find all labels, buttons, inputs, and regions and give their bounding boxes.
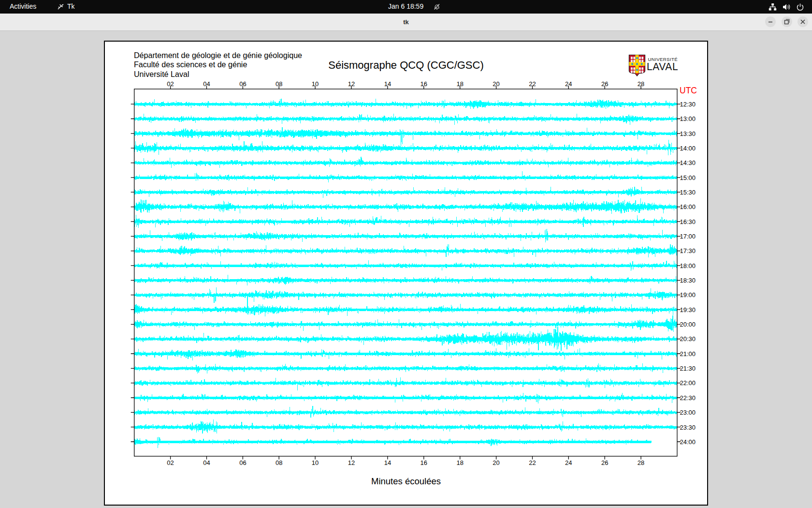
svg-text:23:30: 23:30 <box>680 424 696 431</box>
svg-text:22: 22 <box>529 459 536 466</box>
svg-text:28: 28 <box>638 459 644 466</box>
svg-text:08: 08 <box>276 459 282 466</box>
svg-text:19:30: 19:30 <box>680 306 696 314</box>
svg-text:20:30: 20:30 <box>680 335 696 343</box>
svg-text:18:00: 18:00 <box>680 262 696 269</box>
svg-text:12:30: 12:30 <box>680 101 696 108</box>
svg-text:22: 22 <box>529 80 536 88</box>
svg-text:18: 18 <box>456 459 463 466</box>
svg-text:16:30: 16:30 <box>680 218 696 225</box>
svg-text:14: 14 <box>384 80 391 88</box>
svg-text:22:30: 22:30 <box>680 394 696 402</box>
svg-text:12: 12 <box>348 80 355 88</box>
svg-text:16: 16 <box>420 459 427 466</box>
svg-text:28: 28 <box>638 80 644 88</box>
svg-text:16: 16 <box>420 80 427 88</box>
svg-text:10: 10 <box>312 80 319 88</box>
svg-text:13:30: 13:30 <box>680 130 696 137</box>
svg-text:22:00: 22:00 <box>680 379 696 387</box>
svg-text:15:30: 15:30 <box>680 189 696 196</box>
svg-text:13:00: 13:00 <box>680 115 696 122</box>
svg-text:10: 10 <box>312 459 319 466</box>
svg-text:15:00: 15:00 <box>680 174 696 181</box>
svg-text:14:30: 14:30 <box>680 159 696 166</box>
svg-text:19:00: 19:00 <box>680 291 696 299</box>
svg-text:17:30: 17:30 <box>680 247 696 254</box>
svg-text:23:00: 23:00 <box>680 409 696 416</box>
svg-text:20:00: 20:00 <box>680 321 696 328</box>
svg-text:12: 12 <box>348 459 355 466</box>
svg-text:02: 02 <box>167 80 174 88</box>
svg-text:20: 20 <box>493 80 499 88</box>
svg-text:21:00: 21:00 <box>680 350 696 358</box>
svg-text:18:30: 18:30 <box>680 277 696 284</box>
svg-text:04: 04 <box>203 80 210 88</box>
svg-text:14: 14 <box>384 459 391 466</box>
svg-text:24: 24 <box>565 80 572 88</box>
svg-text:24: 24 <box>565 459 572 466</box>
svg-text:16:00: 16:00 <box>680 203 696 210</box>
svg-text:17:00: 17:00 <box>680 233 696 240</box>
svg-text:02: 02 <box>167 459 174 466</box>
svg-text:04: 04 <box>203 459 210 466</box>
svg-text:24:00: 24:00 <box>680 438 696 446</box>
svg-text:14:00: 14:00 <box>680 145 696 152</box>
svg-text:26: 26 <box>601 459 608 466</box>
svg-text:06: 06 <box>239 80 246 88</box>
svg-text:06: 06 <box>239 459 246 466</box>
svg-text:20: 20 <box>493 459 499 466</box>
svg-text:26: 26 <box>601 80 608 88</box>
svg-text:08: 08 <box>276 80 282 88</box>
svg-text:21:30: 21:30 <box>680 365 696 372</box>
svg-text:18: 18 <box>456 80 463 88</box>
